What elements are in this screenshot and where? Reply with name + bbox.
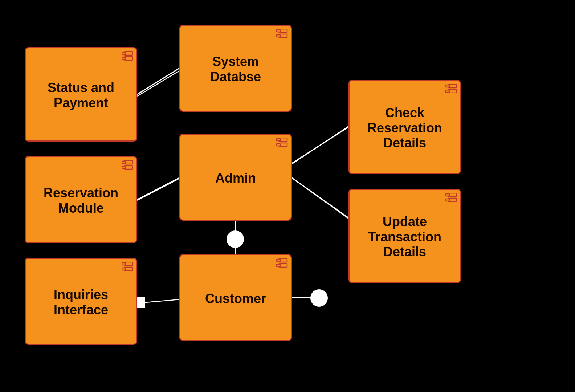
- check-reservation-box: Check Reservation Details: [348, 80, 461, 174]
- svg-line-2: [292, 127, 348, 163]
- svg-rect-40: [446, 85, 449, 87]
- component-icon-2: [122, 160, 133, 170]
- update-transaction-label: Update Transaction Details: [355, 214, 454, 259]
- reservation-module-box: Reservation Module: [25, 156, 137, 243]
- svg-rect-28: [277, 30, 280, 32]
- svg-line-12: [292, 126, 348, 164]
- component-icon-5: [276, 138, 288, 147]
- svg-rect-32: [277, 139, 280, 141]
- component-icon-7: [445, 84, 457, 93]
- svg-rect-36: [277, 259, 280, 261]
- svg-rect-18: [122, 57, 126, 60]
- customer-dot: [310, 289, 328, 307]
- admin-box: Admin: [179, 134, 292, 221]
- update-transaction-box: Update Transaction Details: [348, 189, 461, 283]
- svg-rect-34: [277, 144, 280, 146]
- system-database-box: System Databse: [179, 25, 292, 112]
- svg-line-8: [137, 71, 179, 96]
- diagram-canvas: Status and Payment Reservation Module In…: [0, 0, 575, 392]
- status-payment-label: Status and Payment: [31, 80, 131, 110]
- svg-line-1: [137, 178, 179, 200]
- reservation-module-label: Reservation Module: [31, 185, 131, 216]
- svg-rect-24: [122, 263, 126, 265]
- svg-rect-30: [277, 35, 280, 37]
- component-icon-3: [122, 262, 133, 271]
- svg-rect-44: [446, 194, 449, 196]
- component-icon-6: [276, 258, 288, 268]
- admin-label: Admin: [215, 171, 256, 185]
- check-reservation-label: Check Reservation Details: [355, 105, 454, 150]
- svg-rect-42: [446, 90, 449, 92]
- status-payment-box: Status and Payment: [25, 47, 137, 142]
- component-icon-4: [276, 29, 288, 38]
- inquiries-interface-box: Inquiries Interface: [25, 258, 137, 345]
- svg-rect-26: [122, 268, 126, 270]
- svg-line-3: [292, 178, 348, 218]
- system-database-label: System Databse: [186, 54, 285, 84]
- svg-rect-38: [277, 264, 280, 266]
- svg-line-6: [137, 68, 179, 94]
- component-icon: [122, 51, 133, 61]
- svg-line-13: [292, 178, 348, 219]
- svg-rect-20: [122, 161, 126, 163]
- svg-line-9: [137, 179, 179, 200]
- admin-dot: [227, 230, 244, 248]
- svg-line-7: [137, 178, 179, 200]
- svg-rect-46: [446, 199, 449, 201]
- component-icon-8: [445, 193, 457, 202]
- inquiries-interface-label: Inquiries Interface: [31, 287, 131, 317]
- customer-box: Customer: [179, 254, 292, 341]
- svg-rect-16: [122, 52, 126, 54]
- svg-rect-22: [122, 166, 126, 168]
- customer-label: Customer: [205, 291, 266, 306]
